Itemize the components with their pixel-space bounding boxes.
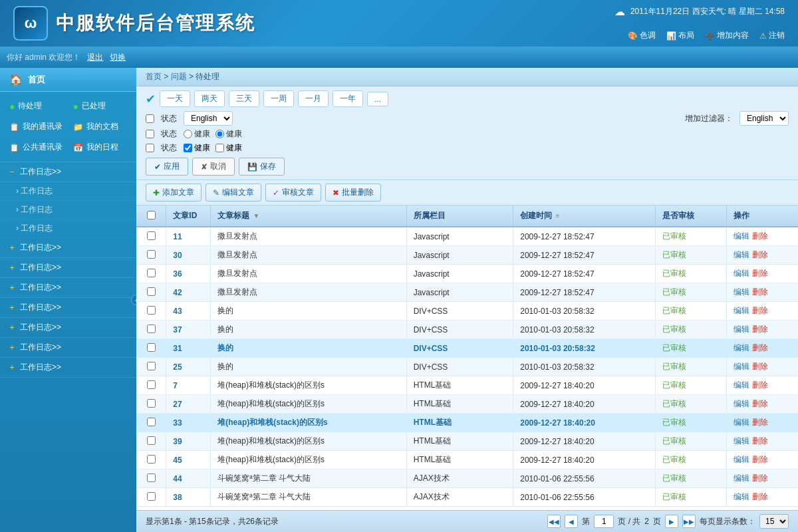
delete-link[interactable]: 删除: [752, 343, 768, 352]
row-checkbox[interactable]: [147, 380, 156, 389]
row-checkbox[interactable]: [147, 269, 156, 277]
edit-article-button[interactable]: ✎ 编辑文章: [205, 184, 261, 201]
row-checkbox[interactable]: [147, 473, 156, 482]
sidebar-item-public-contacts[interactable]: 📋 公共通讯录: [7, 140, 66, 154]
row-checkbox[interactable]: [147, 399, 156, 408]
row-checkbox[interactable]: [147, 362, 156, 370]
delete-link[interactable]: 删除: [752, 231, 768, 241]
sidebar-item-docs[interactable]: 📁 我的文档: [70, 120, 130, 134]
sidebar-group-7-header[interactable]: 工作日志>>: [0, 338, 136, 358]
review-article-button[interactable]: ✓ 审核文章: [265, 184, 321, 201]
edit-link[interactable]: 编辑: [733, 473, 749, 483]
sidebar-item-pending[interactable]: ● 待处理: [7, 99, 66, 113]
add-content-button[interactable]: ➕ 增加内容: [705, 30, 749, 41]
row-checkbox[interactable]: [147, 492, 156, 501]
filter-1day[interactable]: 一天: [160, 90, 190, 107]
first-page-button[interactable]: ◀◀: [547, 515, 561, 528]
add-article-button[interactable]: ✚ 添加文章: [146, 184, 201, 201]
sidebar-item-schedule[interactable]: 📅 我的日程: [70, 140, 130, 154]
filter-row3-checkbox[interactable]: [146, 144, 154, 152]
prev-page-button[interactable]: ◀: [565, 515, 578, 528]
delete-link[interactable]: 删除: [752, 455, 768, 464]
filter-status-select[interactable]: English 中文: [184, 111, 233, 126]
edit-link[interactable]: 编辑: [733, 325, 749, 334]
breadcrumb-home[interactable]: 首页: [146, 72, 162, 81]
row-checkbox[interactable]: [147, 418, 156, 426]
delete-link[interactable]: 删除: [752, 325, 768, 334]
switch-link[interactable]: 切换: [110, 52, 126, 63]
filter-cb-1[interactable]: 健康: [184, 142, 210, 154]
next-page-button[interactable]: ▶: [665, 515, 678, 528]
sidebar-item-contacts[interactable]: 📋 我的通讯录: [7, 120, 66, 134]
sidebar-item-done[interactable]: ● 已处理: [70, 99, 130, 113]
batch-delete-button[interactable]: ✖ 批量删除: [325, 184, 381, 201]
breadcrumb-problem[interactable]: 问题: [171, 72, 187, 81]
filter-row2-checkbox[interactable]: [146, 130, 154, 138]
last-page-button[interactable]: ▶▶: [682, 515, 696, 528]
edit-link[interactable]: 编辑: [733, 418, 749, 427]
sidebar-group-2-header[interactable]: 工作日志>>: [0, 238, 136, 258]
apply-button[interactable]: ✔ 应用: [146, 158, 188, 176]
logout-button[interactable]: ⚠ 注销: [759, 30, 785, 41]
sidebar-sub-1-2[interactable]: 工作日志: [0, 201, 136, 219]
delete-link[interactable]: 删除: [752, 269, 768, 278]
row-checkbox[interactable]: [147, 287, 156, 296]
header-time-col[interactable]: 创建时间 ≡: [513, 205, 656, 227]
filter-2days[interactable]: 两天: [194, 90, 225, 107]
layout-button[interactable]: 📊 布局: [666, 30, 694, 41]
edit-link[interactable]: 编辑: [733, 399, 749, 408]
filter-3days[interactable]: 三天: [229, 90, 259, 107]
filter-row1-checkbox[interactable]: [146, 114, 154, 123]
select-all-checkbox[interactable]: [147, 211, 156, 219]
delete-link[interactable]: 删除: [752, 473, 768, 483]
row-checkbox[interactable]: [147, 436, 156, 445]
filter-1month[interactable]: 一月: [298, 90, 329, 107]
filter-cb-2[interactable]: 健康: [215, 142, 242, 154]
sidebar-group-4-header[interactable]: 工作日志>>: [0, 278, 136, 298]
edit-link[interactable]: 编辑: [733, 362, 749, 371]
cancel-button[interactable]: ✘ 取消: [192, 158, 235, 176]
delete-link[interactable]: 删除: [752, 380, 768, 390]
sidebar-group-6-header[interactable]: 工作日志>>: [0, 318, 136, 338]
edit-link[interactable]: 编辑: [733, 455, 749, 464]
filter-add-select[interactable]: English 中文: [739, 111, 789, 126]
sidebar-group-8-header[interactable]: 工作日志>>: [0, 358, 136, 378]
sidebar-home[interactable]: 🏠 首页: [0, 68, 136, 92]
sidebar-group-5-header[interactable]: 工作日志>>: [0, 298, 136, 318]
filter-more[interactable]: ...: [367, 92, 388, 106]
edit-link[interactable]: 编辑: [733, 231, 749, 241]
row-checkbox[interactable]: [147, 231, 156, 240]
delete-link[interactable]: 删除: [752, 362, 768, 371]
page-number-input[interactable]: [594, 515, 614, 528]
filter-radio-1[interactable]: 健康: [184, 128, 210, 140]
sidebar-sub-1-1[interactable]: 工作日志: [0, 182, 136, 201]
sidebar-group-3-header[interactable]: 工作日志>>: [0, 258, 136, 278]
edit-link[interactable]: 编辑: [733, 380, 749, 390]
logout-link[interactable]: 退出: [87, 52, 103, 63]
edit-link[interactable]: 编辑: [733, 306, 749, 315]
edit-link[interactable]: 编辑: [733, 269, 749, 278]
sidebar-sub-1-3[interactable]: 工作日志: [0, 219, 136, 238]
delete-link[interactable]: 删除: [752, 306, 768, 315]
edit-link[interactable]: 编辑: [733, 436, 749, 446]
per-page-select[interactable]: 15 20 30: [759, 514, 789, 529]
row-checkbox[interactable]: [147, 455, 156, 464]
filter-1year[interactable]: 一年: [332, 90, 363, 107]
delete-link[interactable]: 删除: [752, 399, 768, 408]
edit-link[interactable]: 编辑: [733, 343, 749, 352]
filter-radio-2[interactable]: 健康: [215, 128, 242, 140]
save-button[interactable]: 💾 保存: [239, 158, 285, 176]
edit-link[interactable]: 编辑: [733, 492, 749, 501]
filter-1week[interactable]: 一周: [263, 90, 294, 107]
row-checkbox[interactable]: [147, 325, 156, 333]
delete-link[interactable]: 删除: [752, 492, 768, 501]
row-checkbox[interactable]: [147, 343, 156, 352]
delete-link[interactable]: 删除: [752, 436, 768, 446]
row-checkbox[interactable]: [147, 306, 156, 315]
delete-link[interactable]: 删除: [752, 287, 768, 297]
delete-link[interactable]: 删除: [752, 418, 768, 427]
edit-link[interactable]: 编辑: [733, 287, 749, 297]
header-title-col[interactable]: 文章标题 ▼: [211, 205, 406, 227]
edit-link[interactable]: 编辑: [733, 250, 749, 259]
row-checkbox[interactable]: [147, 250, 156, 259]
